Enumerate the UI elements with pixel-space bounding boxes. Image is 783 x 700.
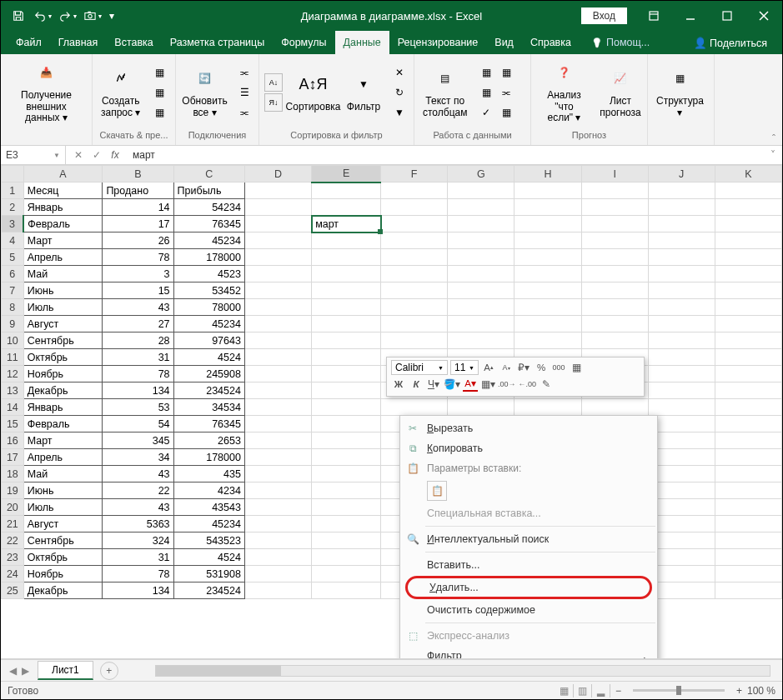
row-header[interactable]: 9	[2, 316, 24, 332]
ribbon-tab-разметка страницы[interactable]: Разметка страницы	[162, 31, 273, 54]
cell-J20[interactable]	[648, 499, 715, 516]
customize-qat-icon[interactable]: ▾	[106, 1, 118, 31]
cell-D9[interactable]	[244, 316, 311, 332]
row-header[interactable]: 5	[2, 249, 24, 266]
cell-C7[interactable]: 53452	[173, 282, 244, 299]
cell-B22[interactable]: 324	[103, 532, 173, 549]
cell-J22[interactable]	[648, 532, 715, 549]
cell-D25[interactable]	[244, 582, 311, 599]
cell-B23[interactable]: 31	[103, 549, 173, 566]
cell-C17[interactable]: 178000	[173, 449, 244, 466]
cell-D17[interactable]	[244, 449, 311, 466]
advanced-filter-icon[interactable]: ▼	[390, 103, 409, 122]
collapse-ribbon-icon[interactable]: ˆ	[765, 54, 782, 145]
cell-I2[interactable]	[581, 199, 648, 216]
maximize-icon[interactable]	[709, 1, 745, 31]
cell-C12[interactable]: 245908	[173, 366, 244, 382]
cell-D1[interactable]	[244, 182, 311, 199]
ribbon-tab-файл[interactable]: Файл	[8, 31, 50, 54]
select-all-cell[interactable]	[2, 166, 24, 182]
increase-decimal-icon[interactable]: .00→	[498, 377, 516, 392]
cell-J21[interactable]	[648, 516, 715, 532]
cell-E7[interactable]	[312, 282, 381, 299]
show-queries-icon[interactable]: ▦	[150, 63, 168, 82]
cell-I1[interactable]	[581, 182, 648, 199]
ribbon-display-icon[interactable]	[635, 1, 672, 31]
cell-C1[interactable]: Прибыль	[173, 182, 244, 199]
row-header[interactable]: 2	[2, 199, 24, 216]
bold-icon[interactable]: Ж	[391, 377, 406, 392]
cell-H4[interactable]	[514, 232, 581, 249]
cell-C4[interactable]: 45234	[173, 232, 244, 249]
consolidate-icon[interactable]: ▦	[497, 63, 515, 82]
cell-J18[interactable]	[648, 466, 715, 482]
cell-A24[interactable]: Ноябрь	[23, 566, 103, 582]
cell-J5[interactable]	[648, 249, 715, 266]
cell-C18[interactable]: 435	[173, 466, 244, 482]
cell-A20[interactable]: Июль	[23, 499, 103, 516]
row-header[interactable]: 11	[2, 349, 24, 366]
cell-E1[interactable]	[312, 182, 381, 199]
row-header[interactable]: 4	[2, 232, 24, 249]
paste-option-icon[interactable]: 📋	[427, 481, 447, 501]
save-icon[interactable]	[6, 1, 31, 31]
cell-B14[interactable]: 53	[103, 399, 173, 416]
cell-K24[interactable]	[715, 566, 781, 582]
cell-F2[interactable]	[381, 199, 448, 216]
decrease-decimal-icon[interactable]: ←.00	[519, 377, 537, 392]
cell-D4[interactable]	[244, 232, 311, 249]
column-header-F[interactable]: F	[381, 166, 448, 182]
row-header[interactable]: 6	[2, 266, 24, 282]
cell-H9[interactable]	[514, 316, 581, 332]
cell-K23[interactable]	[715, 549, 781, 566]
cell-E18[interactable]	[312, 466, 381, 482]
cell-G14[interactable]	[448, 399, 514, 416]
row-header[interactable]: 8	[2, 299, 24, 316]
cell-D6[interactable]	[244, 266, 311, 282]
ctx-фильтр[interactable]: Фильтр	[400, 646, 657, 659]
cell-C14[interactable]: 34534	[173, 399, 244, 416]
cell-D3[interactable]	[244, 216, 311, 232]
cell-D23[interactable]	[244, 549, 311, 566]
cell-B13[interactable]: 134	[103, 382, 173, 399]
cell-J15[interactable]	[648, 416, 715, 432]
cell-F1[interactable]	[381, 182, 448, 199]
cell-E13[interactable]	[312, 382, 381, 399]
get-external-data-button[interactable]: 📥Получение внешних данных ▾	[6, 58, 87, 126]
cell-K7[interactable]	[715, 282, 781, 299]
column-header-D[interactable]: D	[244, 166, 311, 182]
cell-I5[interactable]	[581, 249, 648, 266]
cell-K25[interactable]	[715, 582, 781, 599]
cell-G8[interactable]	[448, 299, 514, 316]
cell-A4[interactable]: Март	[23, 232, 103, 249]
column-header-E[interactable]: E	[312, 166, 381, 182]
font-family-select[interactable]: Calibri ▼	[391, 360, 448, 375]
from-table-icon[interactable]: ▦	[150, 83, 168, 102]
cell-J6[interactable]	[648, 266, 715, 282]
font-size-select[interactable]: 11 ▼	[450, 360, 479, 375]
cell-C8[interactable]: 78000	[173, 299, 244, 316]
cell-D2[interactable]	[244, 199, 311, 216]
reapply-icon[interactable]: ↻	[390, 83, 409, 102]
cell-B6[interactable]: 3	[103, 266, 173, 282]
cell-G9[interactable]	[448, 316, 514, 332]
row-header[interactable]: 21	[2, 516, 24, 532]
sort-button[interactable]: A↕ЯСортировка	[289, 70, 337, 115]
cell-B24[interactable]: 78	[103, 566, 173, 582]
cell-E8[interactable]	[312, 299, 381, 316]
sheet-nav-next-icon[interactable]: ▶	[22, 665, 29, 677]
cell-F6[interactable]	[381, 266, 448, 282]
cell-C25[interactable]: 234524	[173, 582, 244, 599]
row-header[interactable]: 12	[2, 366, 24, 382]
cell-I3[interactable]	[581, 216, 648, 232]
cell-E12[interactable]	[312, 366, 381, 382]
cell-J12[interactable]	[648, 366, 715, 382]
cell-D12[interactable]	[244, 366, 311, 382]
cell-F4[interactable]	[381, 232, 448, 249]
cell-A16[interactable]: Март	[23, 432, 103, 449]
share-button[interactable]: 👤 Поделиться	[685, 31, 776, 54]
cell-I7[interactable]	[581, 282, 648, 299]
cell-J8[interactable]	[648, 299, 715, 316]
cell-B11[interactable]: 31	[103, 349, 173, 366]
cell-C9[interactable]: 45234	[173, 316, 244, 332]
